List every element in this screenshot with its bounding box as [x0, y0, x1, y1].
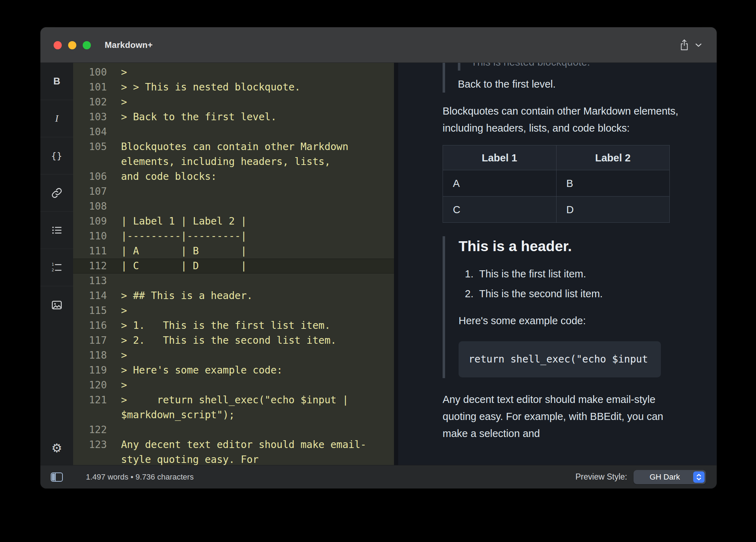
settings-button[interactable]: ⚙: [40, 431, 73, 465]
editor-line[interactable]: 110|---------|---------|: [73, 229, 394, 244]
line-text: >: [121, 65, 384, 80]
editor-line[interactable]: 101> > This is nested blockquote.: [73, 80, 394, 95]
line-number: 122: [73, 422, 107, 437]
editor-line[interactable]: 105Blockquotes can contain other Markdow…: [73, 139, 394, 169]
code-button[interactable]: {}: [40, 137, 73, 175]
preview-heading: This is a header.: [459, 236, 697, 256]
italic-button[interactable]: I: [40, 100, 73, 137]
list-item: 1. This is the first list item.: [459, 265, 697, 282]
line-number: 114: [73, 288, 107, 303]
table-header-cell: Label 2: [556, 145, 670, 170]
sidebar-toggle-button[interactable]: [40, 472, 73, 482]
line-number: 108: [73, 199, 107, 214]
editor-line[interactable]: 122: [73, 422, 394, 437]
svg-text:2: 2: [52, 268, 54, 272]
line-text: | C | D |: [121, 259, 384, 273]
line-text: > 1. This is the first list item.: [121, 318, 384, 333]
preview-paragraph-2: Any decent text editor should make email…: [443, 391, 679, 442]
line-number: 111: [73, 244, 107, 259]
table-cell: B: [556, 170, 670, 197]
preview-style-select[interactable]: GH Dark: [634, 470, 706, 484]
title-bar: Markdown+: [40, 27, 717, 63]
editor-line[interactable]: 102>: [73, 95, 394, 110]
editor-line[interactable]: 104: [73, 125, 394, 139]
list-marker: 1.: [459, 265, 473, 282]
preview-style-label: Preview Style:: [575, 472, 627, 482]
line-number: 103: [73, 110, 107, 125]
italic-icon: I: [55, 113, 58, 124]
line-number: 115: [73, 303, 107, 318]
table-cell: D: [556, 197, 670, 223]
list-item-text: This is the second list item.: [479, 285, 603, 302]
link-button[interactable]: [40, 175, 73, 212]
line-text: > Back to the first level.: [121, 110, 384, 125]
table-cell: C: [443, 197, 557, 223]
line-number: 119: [73, 363, 107, 378]
minimize-button[interactable]: [68, 41, 76, 49]
unordered-list-button[interactable]: [40, 212, 73, 249]
line-text: Blockquotes can contain other Markdown e…: [121, 139, 384, 169]
editor-lines: 100>101> > This is nested blockquote.102…: [73, 65, 394, 465]
line-number: 101: [73, 80, 107, 95]
sidebar-icon: [50, 472, 63, 482]
share-button[interactable]: [679, 27, 702, 63]
zoom-button[interactable]: [83, 41, 91, 49]
editor-line[interactable]: 103> Back to the first level.: [73, 110, 394, 125]
line-number: 118: [73, 348, 107, 363]
line-number: 109: [73, 214, 107, 229]
line-text: > return shell_exec("echo $input | $mark…: [121, 393, 384, 422]
editor-line[interactable]: 114> ## This is a header.: [73, 288, 394, 303]
editor-line[interactable]: 115>: [73, 303, 394, 318]
line-text: >: [121, 303, 384, 318]
share-icon: [679, 39, 690, 51]
line-number: 120: [73, 378, 107, 393]
editor-pane[interactable]: 100>101> > This is nested blockquote.102…: [73, 63, 394, 465]
chevron-down-icon: [695, 43, 702, 47]
editor-line[interactable]: 119> Here's some example code:: [73, 363, 394, 378]
gear-icon: ⚙: [51, 441, 62, 455]
ordered-list-button[interactable]: 1 2: [40, 249, 73, 286]
preview-pane[interactable]: This is nested blockquote. Back to the f…: [398, 63, 717, 465]
editor-line[interactable]: 100>: [73, 65, 394, 80]
line-number: 107: [73, 184, 107, 199]
editor-line[interactable]: 112| C | D |: [73, 259, 394, 273]
code-braces-icon: {}: [51, 151, 62, 161]
ordered-list: 1. This is the first list item. 2. This …: [459, 265, 697, 302]
line-text: > > This is nested blockquote.: [121, 80, 384, 95]
image-icon: [51, 299, 62, 311]
line-number: 106: [73, 169, 107, 184]
preview-blockquote: This is nested blockquote. Back to the f…: [443, 63, 697, 93]
unordered-list-icon: [51, 225, 62, 236]
nested-quote-text: This is nested blockquote.: [471, 63, 590, 68]
editor-line[interactable]: 106and code blocks:: [73, 169, 394, 184]
line-number: 100: [73, 65, 107, 80]
line-number: 123: [73, 437, 107, 452]
pane-divider[interactable]: [394, 63, 398, 465]
table-header-cell: Label 1: [443, 145, 557, 170]
list-marker: 2.: [459, 285, 473, 302]
format-toolbar: B I {}: [40, 63, 73, 465]
editor-line[interactable]: 116> 1. This is the first list item.: [73, 318, 394, 333]
editor-line[interactable]: 120>: [73, 378, 394, 393]
editor-line[interactable]: 123Any decent text editor should make em…: [73, 437, 394, 465]
line-text: | Label 1 | Label 2 |: [121, 214, 384, 229]
line-text: |---------|---------|: [121, 229, 384, 244]
list-item: 2. This is the second list item.: [459, 285, 697, 302]
editor-line[interactable]: 117> 2. This is the second list item.: [73, 333, 394, 348]
editor-line[interactable]: 107: [73, 184, 394, 199]
bold-icon: B: [53, 76, 60, 87]
line-number: 121: [73, 393, 107, 408]
line-number: 102: [73, 95, 107, 110]
image-button[interactable]: [40, 286, 73, 323]
editor-line[interactable]: 121> return shell_exec("echo $input | $m…: [73, 393, 394, 422]
editor-line[interactable]: 111| A | B |: [73, 244, 394, 259]
close-button[interactable]: [54, 41, 62, 49]
status-bar: 1.497 words • 9.736 characters Preview S…: [40, 465, 717, 488]
editor-line[interactable]: 113: [73, 273, 394, 288]
line-text: > Here's some example code:: [121, 363, 384, 378]
bold-button[interactable]: B: [40, 63, 73, 100]
editor-line[interactable]: 118>: [73, 348, 394, 363]
editor-line[interactable]: 108: [73, 199, 394, 214]
line-text: > 2. This is the second list item.: [121, 333, 384, 348]
editor-line[interactable]: 109| Label 1 | Label 2 |: [73, 214, 394, 229]
